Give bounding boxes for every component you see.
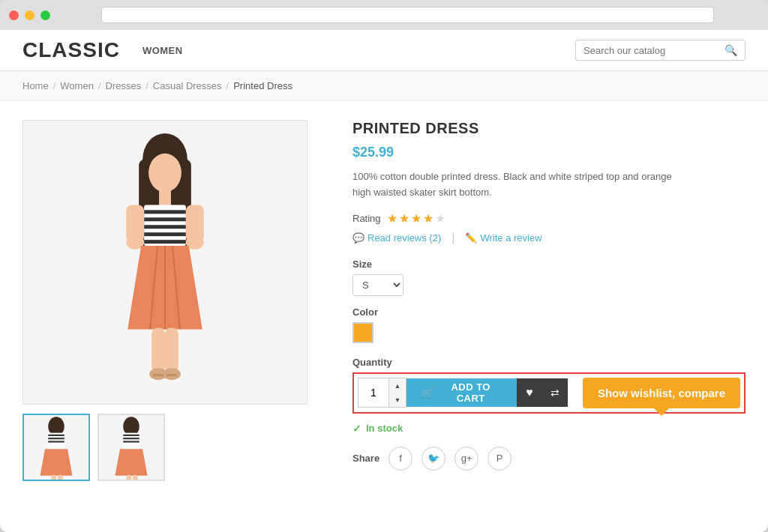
site-logo: CLASSIC [22, 38, 120, 62]
titlebar [0, 0, 768, 30]
search-bar: 🔍 [575, 40, 746, 61]
svg-rect-25 [166, 374, 177, 376]
add-to-cart-button[interactable]: 🛒 ADD TO CART [406, 378, 517, 407]
svg-rect-29 [48, 435, 64, 436]
share-row: Share f 🐦 g+ P [352, 447, 746, 471]
breadcrumb: Home / Women / Dresses / Casual Dresses … [0, 71, 768, 101]
svg-rect-10 [144, 225, 186, 229]
svg-rect-37 [123, 435, 140, 436]
quantity-input[interactable] [358, 378, 388, 407]
nav-women[interactable]: WOMEN [142, 45, 183, 56]
color-label: Color [352, 306, 746, 318]
pencil-icon: ✏️ [465, 232, 477, 244]
googleplus-icon: g+ [461, 453, 472, 464]
search-input[interactable] [584, 45, 718, 56]
svg-rect-30 [48, 438, 64, 439]
thumb-img-2 [99, 415, 164, 480]
read-reviews-link[interactable]: 💬 Read reviews (2) [352, 232, 441, 244]
facebook-share-button[interactable]: f [388, 447, 412, 471]
product-title: PRINTED DRESS [352, 120, 746, 137]
star-rating: ★ ★ ★ ★ ★ [387, 211, 446, 226]
svg-rect-21 [165, 328, 178, 373]
close-button[interactable] [9, 10, 19, 20]
page-content: CLASSIC WOMEN 🔍 Home / Women / Dresses /… [0, 30, 768, 532]
heart-icon: ♥ [526, 386, 533, 399]
breadcrumb-women[interactable]: Women [60, 80, 94, 91]
star-4: ★ [423, 211, 434, 226]
rating-label: Rating [352, 213, 381, 224]
reviews-row: 💬 Read reviews (2) | ✏️ Write a review [352, 232, 746, 245]
breadcrumb-dresses[interactable]: Dresses [106, 80, 142, 91]
star-5: ★ [435, 211, 446, 226]
in-stock-text: In stock [366, 423, 403, 434]
svg-rect-31 [48, 441, 64, 442]
star-1: ★ [387, 211, 398, 226]
product-description: 100% cotton double printed dress. Black … [352, 169, 682, 201]
svg-rect-8 [144, 210, 186, 214]
svg-rect-38 [123, 438, 140, 439]
color-swatch-orange[interactable] [352, 322, 374, 343]
thumbnail-2[interactable] [98, 414, 165, 481]
main-product-image [22, 120, 308, 405]
rating-row: Rating ★ ★ ★ ★ ★ [352, 211, 746, 226]
facebook-icon: f [399, 453, 402, 464]
compare-button[interactable]: ⇄ [542, 378, 568, 407]
googleplus-share-button[interactable]: g+ [454, 447, 478, 471]
star-2: ★ [399, 211, 410, 226]
thumb-img-1 [24, 415, 88, 480]
svg-rect-40 [127, 475, 131, 480]
breadcrumb-home[interactable]: Home [22, 80, 49, 91]
add-to-cart-label: ADD TO CART [440, 381, 502, 404]
breadcrumb-casual-dresses[interactable]: Casual Dresses [153, 80, 222, 91]
quantity-section: Quantity ▲ ▼ 🛒 ADD TO CART [352, 357, 746, 414]
main-nav: WOMEN [142, 45, 183, 56]
svg-rect-12 [144, 240, 186, 244]
quantity-arrows: ▲ ▼ [388, 378, 406, 407]
twitter-icon: 🐦 [428, 453, 440, 464]
in-stock-badge: In stock [352, 423, 746, 435]
site-header: CLASSIC WOMEN 🔍 [0, 30, 768, 71]
product-details: PRINTED DRESS $25.99 100% cotton double … [352, 120, 746, 481]
app-window: CLASSIC WOMEN 🔍 Home / Women / Dresses /… [0, 0, 768, 532]
compare-icon: ⇄ [550, 387, 560, 399]
svg-rect-39 [123, 441, 140, 442]
url-bar[interactable] [101, 7, 714, 23]
quantity-down[interactable]: ▼ [389, 393, 406, 407]
reviews-divider: | [452, 232, 454, 245]
maximize-button[interactable] [40, 10, 50, 20]
write-review-link[interactable]: ✏️ Write a review [465, 232, 542, 244]
product-price: $25.99 [352, 145, 746, 160]
pinterest-share-button[interactable]: P [488, 447, 512, 471]
svg-rect-20 [152, 328, 165, 373]
wishlist-button[interactable]: ♥ [517, 378, 542, 407]
svg-rect-9 [144, 217, 186, 221]
breadcrumb-sep-1: / [53, 80, 56, 91]
product-figure [23, 121, 307, 404]
breadcrumb-sep-4: / [226, 80, 230, 91]
svg-point-5 [148, 154, 182, 193]
breadcrumb-current: Printed Dress [233, 80, 292, 91]
svg-rect-24 [153, 374, 164, 376]
breadcrumb-sep-2: / [98, 80, 101, 91]
write-review-text: Write a review [480, 232, 542, 244]
size-select[interactable]: S M L XL [352, 274, 404, 296]
product-thumbnails [22, 414, 322, 481]
svg-point-23 [163, 368, 181, 380]
cart-icon: 🛒 [422, 387, 434, 399]
quantity-up[interactable]: ▲ [389, 378, 406, 393]
twitter-share-button[interactable]: 🐦 [422, 447, 446, 471]
breadcrumb-sep-3: / [146, 80, 148, 91]
size-label: Size [352, 259, 746, 270]
svg-rect-33 [58, 475, 62, 480]
search-icon[interactable]: 🔍 [724, 44, 737, 56]
svg-rect-32 [52, 475, 56, 480]
share-label: Share [352, 453, 380, 464]
chat-icon: 💬 [352, 232, 364, 244]
tooltip-wrapper: Show wishlist, compare [583, 378, 740, 408]
thumbnail-1[interactable] [22, 414, 90, 481]
svg-rect-11 [144, 232, 186, 236]
svg-rect-41 [133, 475, 137, 480]
minimize-button[interactable] [25, 10, 34, 20]
quantity-label: Quantity [352, 357, 746, 368]
tooltip-bubble: Show wishlist, compare [583, 378, 740, 408]
